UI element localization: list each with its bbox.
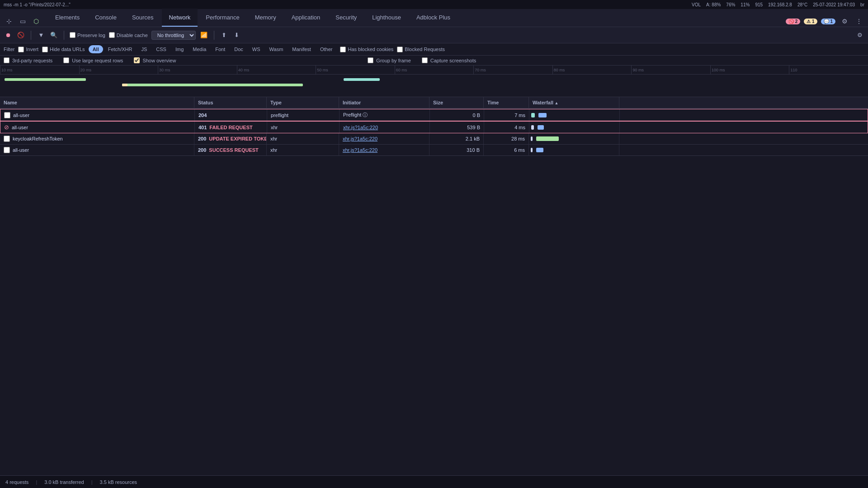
type-val-4: xhr (270, 147, 277, 153)
th-name[interactable]: Name (0, 97, 194, 108)
initiator-link-3[interactable]: xhr.js?1a5c:220 (343, 136, 377, 141)
group-by-frame-option[interactable]: Group by frame (368, 57, 410, 63)
timeline-bar-3 (122, 84, 127, 86)
tab-sources[interactable]: Sources (125, 9, 161, 27)
wf-bar-2a (531, 125, 534, 130)
info-badge: 💬 1 (821, 19, 835, 24)
time-val-2: 4 ms (514, 125, 525, 130)
tab-memory[interactable]: Memory (248, 9, 283, 27)
disable-cache-checkbox[interactable]: Disable cache (109, 32, 148, 38)
capture-screenshots-option[interactable]: Capture screenshots (422, 57, 476, 63)
third-party-input[interactable] (4, 57, 9, 63)
th-initiator[interactable]: Initiator (339, 97, 429, 108)
has-blocked-cookies-checkbox[interactable]: Has blocked cookies (340, 47, 393, 52)
preserve-log-input[interactable] (70, 32, 75, 38)
tab-lighthouse[interactable]: Lighthouse (365, 9, 408, 27)
table-row[interactable]: all-user 204 preflight Preflight ⓘ 0 B 7… (0, 109, 868, 121)
filter-pill-manifest[interactable]: Manifest (288, 45, 315, 53)
sep-1: | (36, 479, 37, 485)
show-overview-input[interactable] (134, 57, 140, 63)
group-by-frame-input[interactable] (368, 57, 373, 63)
filter-pill-all[interactable]: All (89, 45, 103, 53)
th-type[interactable]: Type (267, 97, 339, 108)
td-name-1: all-user (0, 109, 195, 121)
preserve-log-checkbox[interactable]: Preserve log (70, 32, 105, 38)
tab-network[interactable]: Network (162, 9, 198, 27)
blocked-requests-checkbox[interactable]: Blocked Requests (397, 47, 445, 52)
th-waterfall[interactable]: Waterfall (529, 97, 619, 108)
record-button[interactable]: ⏺ (4, 31, 13, 40)
throttle-select[interactable]: No throttling Fast 3G Slow 3G Offline (151, 31, 196, 40)
blocked-requests-input[interactable] (397, 47, 403, 52)
group-by-frame-label: Group by frame (376, 58, 410, 63)
filter-pill-ws[interactable]: WS (248, 45, 264, 53)
tab-performance[interactable]: Performance (198, 9, 246, 27)
tab-bar: ⊹ ▭ ⬡ Elements Console Sources Network P… (0, 9, 868, 27)
filter-pill-img[interactable]: Img (171, 45, 188, 53)
upload-icon[interactable]: ⬆ (220, 31, 229, 40)
filter-pill-wasm[interactable]: Wasm (265, 45, 288, 53)
tab-console[interactable]: Console (88, 9, 124, 27)
sep-2: | (91, 479, 93, 485)
th-size[interactable]: Size (429, 97, 484, 108)
filter-pill-media[interactable]: Media (189, 45, 210, 53)
filter-pill-fetch[interactable]: Fetch/XHR (104, 45, 137, 53)
wf-bar-1a (531, 113, 535, 117)
invert-input[interactable] (18, 47, 24, 52)
td-size-2: 539 B (430, 122, 484, 133)
disable-cache-input[interactable] (109, 32, 115, 38)
tick-110: 110 (789, 66, 868, 74)
th-time[interactable]: Time (484, 97, 529, 108)
separator-1 (31, 31, 31, 40)
th-status[interactable]: Status (194, 97, 267, 108)
status-msg-2: FAILED REQUEST (209, 125, 252, 130)
wf-bar-4b (536, 148, 543, 152)
filter-pill-doc[interactable]: Doc (230, 45, 247, 53)
filter-pill-font[interactable]: Font (211, 45, 229, 53)
filter-pill-js[interactable]: JS (137, 45, 151, 53)
disable-cache-label: Disable cache (117, 33, 148, 38)
tab-adblock[interactable]: Adblock Plus (409, 9, 458, 27)
capture-screenshots-input[interactable] (422, 57, 428, 63)
table-row[interactable]: ⊘ all-user 401 FAILED REQUEST xhr xhr.js… (0, 121, 868, 133)
large-rows-input[interactable] (63, 57, 69, 63)
system-bar: mss -m 1 -o "/Prints/2022-07-2..." VOL A… (0, 0, 868, 9)
hide-data-urls-checkbox[interactable]: Hide data URLs (42, 47, 85, 52)
table-row[interactable]: keycloakRefreshToken 200 UPDATE EXPIRED … (0, 133, 868, 145)
filter-pill-css[interactable]: CSS (152, 45, 170, 53)
sys-cpu2: 76% (726, 2, 735, 7)
search-icon[interactable]: 🔍 (49, 31, 58, 40)
table-row[interactable]: all-user 200 SUCCESS REQUEST xhr xhr.js?… (0, 145, 868, 156)
settings-gear-icon[interactable]: ⚙ (855, 31, 864, 40)
gem-icon[interactable]: ⬡ (31, 16, 42, 27)
row-checkbox-1[interactable] (4, 112, 10, 118)
tab-application[interactable]: Application (284, 9, 328, 27)
large-rows-option[interactable]: Use large request rows (63, 57, 123, 63)
initiator-link-2[interactable]: xhr.js?1a5c:220 (343, 125, 378, 130)
settings-icon[interactable]: ⚙ (839, 16, 850, 27)
tick-70: 70 ms (473, 66, 552, 74)
device-icon[interactable]: ▭ (17, 16, 28, 27)
tab-elements[interactable]: Elements (48, 9, 87, 27)
third-party-option[interactable]: 3rd-party requests (4, 57, 52, 63)
network-table: Name Status Type Initiator Size Time Wat… (0, 97, 868, 475)
more-icon[interactable]: ⋮ (854, 16, 864, 27)
filter-pill-other[interactable]: Other (316, 45, 337, 53)
tab-security[interactable]: Security (328, 9, 364, 27)
wifi-icon[interactable]: 📶 (199, 31, 208, 40)
hide-data-urls-input[interactable] (42, 47, 48, 52)
td-time-4: 6 ms (484, 145, 529, 155)
tick-90: 90 ms (631, 66, 710, 74)
invert-checkbox[interactable]: Invert (18, 47, 38, 52)
download-icon[interactable]: ⬇ (232, 31, 241, 40)
initiator-link-4[interactable]: xhr.js?1a5c:220 (343, 147, 377, 153)
row-checkbox-4[interactable] (4, 147, 10, 153)
clear-button[interactable]: 🚫 (16, 31, 25, 40)
row-checkbox-3[interactable] (4, 136, 10, 142)
has-blocked-cookies-input[interactable] (340, 47, 346, 52)
cursor-icon[interactable]: ⊹ (4, 16, 14, 27)
filter-icon[interactable]: ▼ (37, 31, 46, 40)
has-blocked-cookies-label: Has blocked cookies (348, 47, 393, 52)
td-type-3: xhr (267, 133, 339, 144)
show-overview-option[interactable]: Show overview (134, 57, 176, 63)
